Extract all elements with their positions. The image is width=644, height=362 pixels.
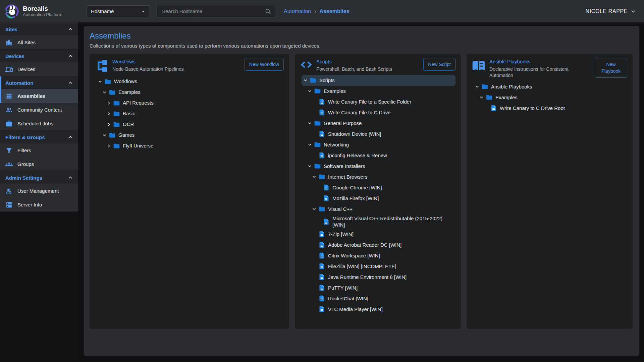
tree-file-java-runtime-environment-8-win[interactable]: Java Runtime Environment 8 [WIN]	[302, 272, 455, 283]
file-icon	[323, 184, 330, 191]
sidebar-item-label: Groups	[17, 161, 34, 167]
tree-folder-scripts[interactable]: Scripts	[302, 75, 455, 86]
tree-label: Games	[118, 132, 135, 138]
server-icon	[5, 201, 13, 208]
card-title[interactable]: Workflows	[112, 59, 240, 64]
search-icon[interactable]	[265, 8, 271, 15]
sidebar-item-server-info[interactable]: Server Info	[0, 198, 78, 212]
sidebar-item-devices[interactable]: Devices	[0, 62, 78, 76]
tree-folder-basic[interactable]: Basic	[96, 108, 284, 119]
sidebar-section-automation[interactable]: Automation	[0, 76, 78, 89]
tree-folder-ansible-playbooks[interactable]: Ansible Playbooks	[473, 81, 627, 92]
tree-file-write-canary-to-c-drive-root[interactable]: Write Canary to C Drive Root	[473, 103, 627, 114]
sidebar-item-community-content[interactable]: Community Content	[0, 103, 78, 117]
sidebar-item-groups[interactable]: Groups	[0, 157, 78, 171]
tree-label: Basic	[123, 110, 135, 117]
chevron-down-icon[interactable]	[302, 77, 309, 83]
breadcrumb-automation[interactable]: Automation	[284, 8, 311, 14]
filter-icon	[5, 147, 13, 154]
chevron-right-icon[interactable]	[106, 100, 112, 106]
tree-label: Examples	[118, 89, 141, 96]
chevron-right-icon[interactable]	[106, 111, 112, 117]
sidebar-section-admin-settings[interactable]: Admin Settings	[0, 171, 78, 184]
tree-folder-general-purpose[interactable]: General Purpose	[302, 118, 455, 129]
chevron-down-icon[interactable]	[307, 88, 313, 94]
workflow-icon	[95, 59, 108, 72]
user-menu[interactable]: NICOLE RAPPE	[586, 8, 637, 15]
chevron-down-icon[interactable]	[97, 78, 103, 85]
new-script-button[interactable]: New Script	[423, 58, 455, 71]
chevron-down-icon[interactable]	[311, 174, 317, 180]
tree-folder-ocr[interactable]: OCR	[96, 119, 284, 130]
chevron-down-icon[interactable]	[474, 83, 480, 90]
tree-label: RocketChat [WIN]	[328, 295, 368, 302]
tree-folder-examples[interactable]: Examples	[96, 87, 284, 98]
tree-file-filezilla-win-incomplete[interactable]: FileZilla [WIN] [INCOMPLETE]	[302, 261, 455, 272]
tree-folder-games[interactable]: Games	[96, 130, 284, 140]
tree-file-google-chrome-win[interactable]: Google Chrome [WIN]	[302, 182, 455, 193]
search-input[interactable]	[161, 8, 265, 14]
tree-folder-workflows[interactable]: Workflows	[96, 76, 284, 87]
new-playbook-button[interactable]: New Playbook	[595, 58, 627, 78]
chevron-down-icon[interactable]	[307, 120, 313, 126]
folder-icon	[109, 132, 116, 139]
tree-file-write-canary-file-to-c-drive[interactable]: Write Canary File to C Drive	[302, 107, 455, 118]
scripts-tree: ScriptsExamplesWrite Canary File to a Sp…	[300, 75, 455, 315]
sidebar-item-label: All Sites	[17, 40, 36, 45]
tree-folder-software-installers[interactable]: Software Installers	[302, 161, 455, 172]
sidebar-item-assemblies[interactable]: Assemblies	[0, 89, 78, 103]
tree-file-citrix-workspace-win[interactable]: Citrix Workspace [WIN]	[302, 250, 455, 261]
chevron-down-icon[interactable]	[478, 94, 485, 101]
chevron-right-icon[interactable]	[106, 121, 112, 128]
card-header: WorkflowsNode-Based Automation Pipelines…	[95, 58, 284, 73]
folder-icon	[113, 121, 120, 128]
tree-folder-examples[interactable]: Examples	[302, 86, 455, 97]
chevron-right-icon[interactable]	[106, 143, 112, 149]
tree-folder-networking[interactable]: Networking	[302, 139, 455, 150]
card-header: Ansible PlaybooksDeclarative Instruction…	[472, 58, 627, 79]
sidebar-section-label: Devices	[5, 53, 24, 59]
tree-file-mozilla-firefox-win[interactable]: Mozilla Firefox [WIN]	[302, 193, 455, 204]
chevron-down-icon[interactable]	[101, 89, 108, 96]
sidebar-item-scheduled-jobs[interactable]: Scheduled Jobs	[0, 117, 78, 130]
tree-folder-api-requests[interactable]: API Requests	[96, 98, 284, 108]
sidebar-item-label: Filters	[17, 147, 31, 153]
tree-folder-flyff-universe[interactable]: Flyff Universe	[96, 140, 284, 151]
tree-folder-internet-browsers[interactable]: Internet Browsers	[302, 172, 455, 182]
sidebar-item-user-management[interactable]: User Management	[0, 184, 78, 198]
tree-file-rocketchat-win[interactable]: RocketChat [WIN]	[302, 293, 455, 304]
chevron-down-icon[interactable]	[307, 141, 313, 148]
borealis-logo-icon	[4, 4, 19, 19]
sidebar-section-filters-groups[interactable]: Filters & Groups	[0, 130, 78, 143]
card-title[interactable]: Scripts	[316, 59, 419, 64]
tree-label: Citrix Workspace [WIN]	[328, 252, 380, 259]
tree-file-vlc-media-player-win[interactable]: VLC Media Player [WIN]	[302, 304, 455, 315]
tree-label: Visual C++	[328, 206, 353, 213]
tree-file-shutdown-device-win[interactable]: Shutdown Device [WIN]	[302, 129, 455, 139]
hostname-select[interactable]: Hostname	[86, 5, 150, 17]
chevron-down-icon[interactable]	[311, 206, 317, 212]
sidebar-item-all-sites[interactable]: All Sites	[0, 36, 78, 49]
sidebar-section-devices[interactable]: Devices	[0, 49, 78, 62]
tree-file-microsoft-visual-c-redistributable-2015-2022-win[interactable]: Microsoft Visual C++ Redistributable (20…	[302, 215, 455, 229]
tree-label: Networking	[324, 141, 349, 148]
hostname-select-value: Hostname	[91, 8, 114, 14]
sidebar-item-filters[interactable]: Filters	[0, 143, 78, 157]
chevron-down-icon[interactable]	[101, 132, 108, 138]
chevron-down-icon[interactable]	[307, 163, 313, 169]
tree-label: FileZilla [WIN] [INCOMPLETE]	[328, 263, 396, 270]
breadcrumb-assemblies[interactable]: Assemblies	[320, 8, 350, 14]
new-workflow-button[interactable]: New Workflow	[245, 58, 284, 71]
card-title[interactable]: Ansible Playbooks	[489, 59, 591, 64]
tree-file-ipconfig-release-renew[interactable]: ipconfig Release & Renew	[302, 150, 455, 161]
tree-file-7-zip-win[interactable]: 7-Zip [WIN]	[302, 229, 455, 240]
sidebar-section-sites[interactable]: Sites	[0, 22, 78, 36]
chevron-up-icon	[67, 80, 73, 86]
brand: Borealis Automation Platform	[0, 4, 78, 19]
tree-file-write-canary-file-to-a-specific-folder[interactable]: Write Canary File to a Specific Folder	[302, 97, 455, 107]
tree-folder-visual-c[interactable]: Visual C++	[302, 204, 455, 215]
tree-file-adobe-acrobat-reader-dc-win[interactable]: Adobe Acrobat Reader DC [WIN]	[302, 240, 455, 250]
chevron-up-icon	[67, 26, 73, 32]
tree-folder-examples[interactable]: Examples	[473, 92, 627, 103]
tree-file-putty-win[interactable]: PuTTY [WIN]	[302, 283, 455, 293]
